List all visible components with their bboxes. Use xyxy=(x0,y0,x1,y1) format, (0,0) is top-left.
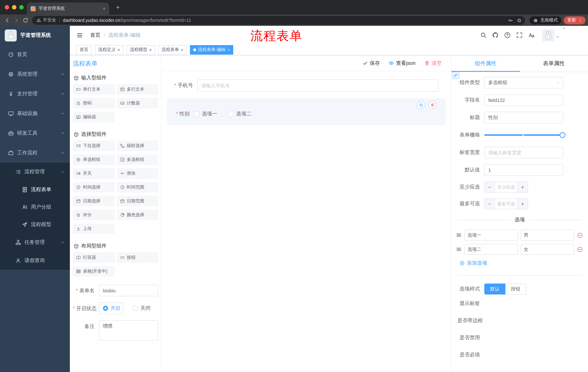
title-input[interactable] xyxy=(484,112,563,123)
palette-item[interactable]: 时间范围 xyxy=(117,182,158,192)
palette-item[interactable]: 密码 xyxy=(73,98,115,108)
sidebar-item-workflow[interactable]: 工作流程 xyxy=(0,143,70,163)
stepper-minus-button[interactable]: − xyxy=(485,199,495,209)
palette-item[interactable]: 滑块 xyxy=(117,168,158,179)
option-label-input[interactable] xyxy=(464,244,518,255)
phone-input[interactable] xyxy=(197,79,439,92)
password-key-icon[interactable] xyxy=(506,16,515,25)
style-button-button[interactable]: 按钮 xyxy=(505,284,526,295)
tag-process-definition[interactable]: 流程定义 × xyxy=(95,45,123,54)
tab-close-icon[interactable]: × xyxy=(103,6,105,11)
palette-item[interactable]: 编辑器 xyxy=(73,112,115,122)
sidebar-item-devtools[interactable]: 研发工具 xyxy=(0,123,70,143)
sidebar-item-system[interactable]: 系统管理 xyxy=(0,64,70,84)
drag-handle-icon[interactable] xyxy=(456,246,462,252)
palette-item[interactable]: 日期选择 xyxy=(73,196,115,206)
radio-status-off[interactable]: 关闭 xyxy=(133,305,151,312)
field-name-input[interactable] xyxy=(484,94,563,106)
palette-item[interactable]: 计数器 xyxy=(117,98,158,108)
clear-button[interactable]: 清空 xyxy=(424,60,442,66)
add-option-button[interactable]: 添加选项 xyxy=(460,260,588,266)
checkbox-option-1[interactable]: 选项一 xyxy=(194,111,217,117)
palette-item[interactable]: 时间选择 xyxy=(73,182,115,192)
option-value-input[interactable] xyxy=(521,244,574,255)
sidebar-item-process-form[interactable]: 流程表单 xyxy=(0,181,70,198)
canvas-field-phone[interactable]: 手机号 xyxy=(167,75,446,96)
palette-item[interactable]: 行容器 xyxy=(73,252,115,263)
remove-option-icon[interactable] xyxy=(577,246,583,252)
palette-item[interactable]: 开关 xyxy=(73,168,115,179)
maximize-window-button[interactable] xyxy=(19,5,24,10)
security-chip[interactable]: 不安全 xyxy=(36,17,56,23)
form-remark-textarea[interactable]: 嘿嘿 xyxy=(99,320,158,341)
default-value-input[interactable] xyxy=(484,164,563,176)
back-button[interactable] xyxy=(2,16,12,25)
close-window-button[interactable] xyxy=(5,5,9,10)
sidebar-item-process-model[interactable]: 流程模型 xyxy=(0,216,70,233)
save-button[interactable]: 保存 xyxy=(363,60,380,66)
tab-form-props[interactable]: 表单属性 xyxy=(520,55,588,72)
browser-tab[interactable]: 芋道管理系统 × xyxy=(27,2,109,15)
form-name-input[interactable] xyxy=(99,285,158,296)
help-icon[interactable] xyxy=(504,32,511,39)
palette-item[interactable]: 按钮 xyxy=(117,252,158,263)
sidebar-item-home[interactable]: 首页 xyxy=(0,45,70,64)
sidebar-item-leave-query[interactable]: 请假查询 xyxy=(0,252,70,270)
search-icon[interactable] xyxy=(480,32,487,39)
palette-item[interactable]: 表格[开发中] xyxy=(73,266,115,277)
option-label-input[interactable] xyxy=(464,230,518,241)
tag-home[interactable]: 首页 xyxy=(76,45,92,54)
address-bar[interactable]: 不安全 dashboard.yudao.iocoder.cn/bpm/manag… xyxy=(32,16,525,25)
palette-item[interactable]: 下拉选择 xyxy=(73,140,115,151)
user-menu[interactable] xyxy=(542,29,560,41)
palette-item[interactable]: 日期范围 xyxy=(117,196,158,206)
grid-slider[interactable] xyxy=(484,129,563,141)
chevron-down-icon[interactable] xyxy=(562,26,566,31)
label-width-input[interactable] xyxy=(484,147,563,158)
kebab-menu-icon[interactable] xyxy=(578,18,583,22)
bookmark-star-icon[interactable] xyxy=(515,16,524,25)
palette-item[interactable]: 单选框组 xyxy=(73,154,115,165)
palette-item[interactable]: 颜色选择 xyxy=(117,210,158,220)
palette-item[interactable]: 多选框组 xyxy=(117,154,158,165)
browser-update-button[interactable]: 更新 xyxy=(564,16,586,24)
breadcrumb-home[interactable]: 首页 xyxy=(90,32,100,38)
copy-field-button[interactable] xyxy=(417,101,425,109)
tag-process-form-edit[interactable]: 流程表单-编辑 × xyxy=(190,45,233,54)
radio-status-on[interactable]: 开启 xyxy=(99,302,123,314)
github-icon[interactable] xyxy=(492,32,499,39)
tag-close-icon[interactable]: × xyxy=(117,47,120,52)
tag-process-form[interactable]: 流程表单 × xyxy=(158,45,187,54)
delete-field-button[interactable] xyxy=(428,101,436,109)
stepper-plus-button[interactable]: + xyxy=(517,182,528,192)
component-type-select[interactable]: 多选框组 xyxy=(484,77,563,88)
style-default-button[interactable]: 默认 xyxy=(484,284,505,295)
fullscreen-icon[interactable] xyxy=(516,32,523,39)
new-tab-button[interactable]: + xyxy=(114,3,122,12)
tag-close-icon[interactable]: × xyxy=(181,47,183,52)
sidebar-item-payment[interactable]: 支付管理 xyxy=(0,84,70,104)
reload-button[interactable] xyxy=(21,16,30,25)
stepper-plus-button[interactable]: + xyxy=(517,199,528,209)
view-json-button[interactable]: 查看json xyxy=(389,60,416,66)
sidebar-item-task-mgmt[interactable]: 任务管理 xyxy=(0,233,70,252)
option-value-input[interactable] xyxy=(521,230,574,241)
palette-item[interactable]: 级联选择 xyxy=(117,140,158,151)
palette-item[interactable]: 单行文本 xyxy=(73,84,115,95)
slider-handle[interactable] xyxy=(560,132,566,138)
canvas-field-gender[interactable]: 性别 选项一 选项二 xyxy=(167,98,446,125)
remove-option-icon[interactable] xyxy=(577,232,583,238)
sidebar-item-infra[interactable]: 基础设施 xyxy=(0,104,70,123)
tab-component-props[interactable]: 组件属性 xyxy=(452,55,520,72)
drag-handle-icon[interactable] xyxy=(456,232,462,238)
min-select-input[interactable] xyxy=(495,182,517,192)
link-icon[interactable] xyxy=(452,72,459,79)
stepper-minus-button[interactable]: − xyxy=(485,182,495,192)
max-select-input[interactable] xyxy=(495,199,517,209)
sidebar-toggle-button[interactable] xyxy=(76,31,84,39)
forward-button[interactable] xyxy=(12,16,21,25)
palette-item[interactable]: 评分 xyxy=(73,210,115,220)
tag-close-icon[interactable]: × xyxy=(149,47,152,52)
tag-process-model[interactable]: 流程模型 × xyxy=(127,45,155,54)
sidebar-item-user-group[interactable]: 用户分组 xyxy=(0,198,70,216)
